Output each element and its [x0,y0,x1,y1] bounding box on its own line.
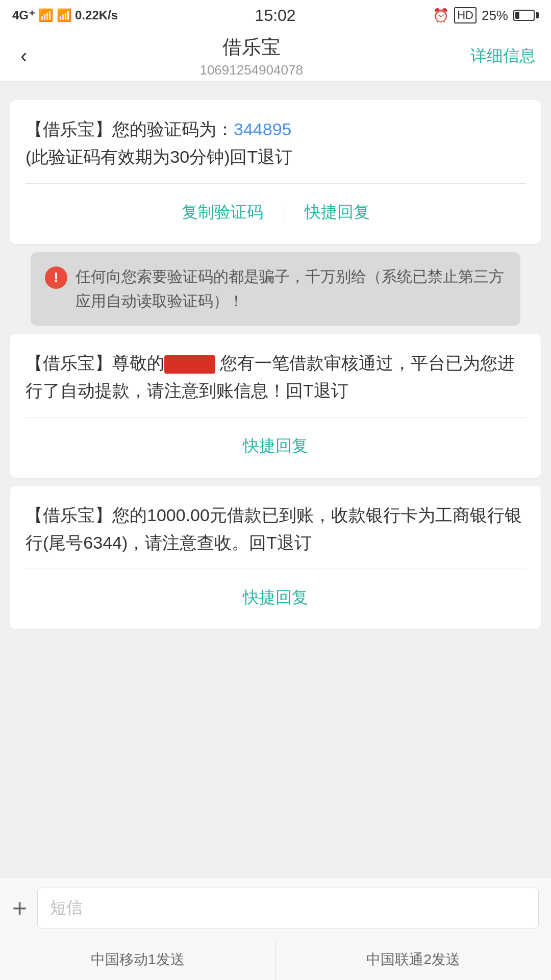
msg1-actions: 复制验证码 快捷回复 [26,196,525,229]
battery-percent: 25% [482,8,508,23]
divider-2 [26,417,525,418]
msg2-text-before: 【借乐宝】尊敬的 [26,353,164,373]
status-right: ⏰ HD 25% [433,7,539,23]
hd-badge: HD [454,7,477,23]
msg1-suffix: (此验证码有效期为30分钟)回T退订 [26,147,292,166]
add-button[interactable]: + [12,895,27,921]
redacted-name [164,355,215,374]
warning-card: ! 任何向您索要验证码的都是骗子，千万别给（系统已禁止第三方应用自动读取验证码）… [31,252,520,326]
message-text-2: 【借乐宝】尊敬的 您有一笔借款审核通过，平台已为您进行了自动提款，请注意到账信息… [26,349,525,405]
nav-subtitle: 10691254904078 [32,62,470,78]
speed-text: 0.22K/s [75,8,118,22]
msg1-prefix: 【借乐宝】您的验证码为： [26,119,234,139]
back-button[interactable]: ‹ [15,39,32,72]
message-text-1: 【借乐宝】您的验证码为：344895(此验证码有效期为30分钟)回T退订 [26,115,525,171]
signal-text: 4G⁺ [12,8,35,22]
quick-reply-button-2[interactable]: 快捷回复 [222,430,329,462]
message-card-1: 【借乐宝】您的验证码为：344895(此验证码有效期为30分钟)回T退订 复制验… [10,100,541,244]
nav-title: 借乐宝 [32,34,470,60]
sms-input-field[interactable]: 短信 [37,888,539,928]
sms-placeholder: 短信 [50,897,83,919]
status-bar: 4G⁺ 📶 📶 0.22K/s 15:02 ⏰ HD 25% [0,0,551,31]
msg2-actions: 快捷回复 [26,430,525,462]
msg3-actions: 快捷回复 [26,581,525,614]
send-unicom-button[interactable]: 中国联通2发送 [276,939,552,980]
input-row: + 短信 [0,877,551,939]
message-text-3: 【借乐宝】您的1000.00元借款已到账，收款银行卡为工商银行银行(尾号6344… [26,501,525,557]
divider-3 [26,569,525,569]
status-left: 4G⁺ 📶 📶 0.22K/s [12,8,118,22]
status-time: 15:02 [255,6,296,25]
quick-reply-button-1[interactable]: 快捷回复 [284,196,390,229]
message-list: 【借乐宝】您的验证码为：344895(此验证码有效期为30分钟)回T退订 复制验… [0,82,551,898]
nav-center: 借乐宝 10691254904078 [32,34,470,78]
warning-text: 任何向您索要验证码的都是骗子，千万别给（系统已禁止第三方应用自动读取验证码）！ [76,264,506,313]
send-row: 中国移动1发送 中国联通2发送 [0,939,551,980]
battery-icon [513,10,539,21]
divider-1 [26,183,525,184]
message-card-3: 【借乐宝】您的1000.00元借款已到账，收款银行卡为工商银行银行(尾号6344… [10,486,541,630]
bottom-bar: + 短信 中国移动1发送 中国联通2发送 [0,877,551,980]
msg1-link[interactable]: 344895 [234,119,291,139]
signal-bars1: 📶 [38,8,54,22]
warning-icon: ! [45,266,67,289]
quick-reply-button-3[interactable]: 快捷回复 [222,581,329,614]
message-card-2: 【借乐宝】尊敬的 您有一笔借款审核通过，平台已为您进行了自动提款，请注意到账信息… [10,334,541,478]
send-mobile-button[interactable]: 中国移动1发送 [0,939,276,980]
nav-bar: ‹ 借乐宝 10691254904078 详细信息 [0,31,551,82]
signal-bars2: 📶 [57,8,72,22]
detail-button[interactable]: 详细信息 [470,45,536,67]
copy-code-button[interactable]: 复制验证码 [161,196,284,229]
alarm-icon: ⏰ [433,8,449,23]
